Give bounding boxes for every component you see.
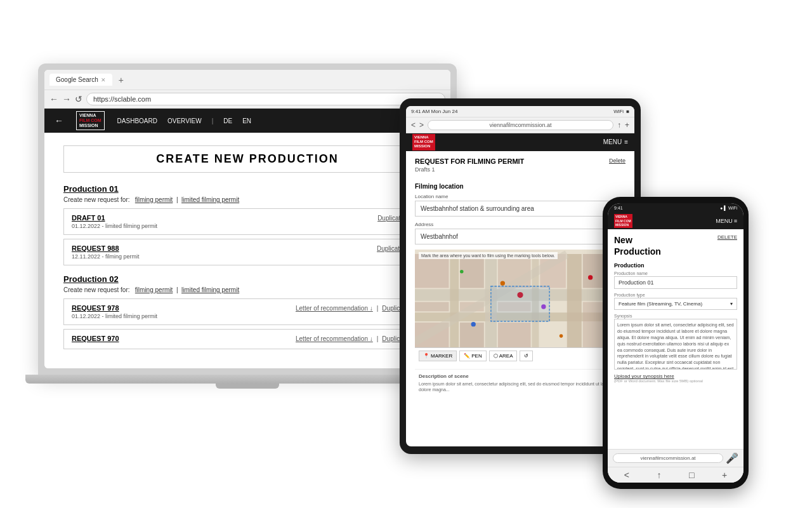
phone-production-label: Production bbox=[614, 246, 661, 257]
lang-en-link[interactable]: EN bbox=[242, 117, 251, 124]
tablet-menu-icon: ≡ bbox=[624, 138, 628, 145]
action-sep3: | bbox=[377, 305, 379, 312]
svg-point-24 bbox=[588, 275, 593, 279]
close-icon[interactable]: ✕ bbox=[101, 77, 106, 83]
svg-point-23 bbox=[471, 321, 476, 326]
browser-chrome: Google Search ✕ + bbox=[44, 70, 450, 90]
phone-upload-hint: (PDF or Word document. Max file size 5MB… bbox=[614, 379, 737, 383]
nav-divider: | bbox=[212, 117, 214, 124]
permit-content: Delete REQUEST FOR FILMING PERMIT Drafts… bbox=[406, 151, 634, 447]
production-01-section: Production 01 Create new request for: fi… bbox=[63, 184, 431, 265]
pen-tool-button[interactable]: ✏️ PEN bbox=[459, 351, 486, 361]
permit-title: REQUEST FOR FILMING PERMIT bbox=[415, 157, 625, 165]
filming-permit-link[interactable]: filming permit bbox=[135, 196, 173, 203]
filming-permit-link2[interactable]: filming permit bbox=[135, 286, 173, 293]
logo-line2: FILM COM bbox=[79, 118, 102, 123]
battery-icon: ■ bbox=[626, 109, 629, 114]
draft-01-date: 01.12.2022 - limited filming permit bbox=[72, 223, 423, 229]
scene: Google Search ✕ + ← → ↺ https://sclable.… bbox=[0, 0, 812, 508]
permit-draft: Drafts 1 bbox=[415, 166, 625, 173]
tablet-status-left: 9:41 AM Mon Jun 24 bbox=[411, 109, 457, 114]
phone-screen: 9:41 ● ▌ WiFi VIENNA FILM COM MISSION ME… bbox=[608, 203, 743, 483]
reset-tool-button[interactable]: ↺ bbox=[520, 351, 533, 361]
limited-permit-link[interactable]: limited filming permit bbox=[181, 196, 239, 203]
site-back-icon[interactable]: ← bbox=[55, 116, 63, 126]
phone-new-prod-title: New Production bbox=[614, 234, 661, 257]
description-scene-section: Description of scene Lorem ipsum dolor s… bbox=[415, 369, 625, 398]
production-02-title: Production 02 bbox=[63, 274, 431, 284]
phone-synopsis-input[interactable]: Lorem ipsum dolor sit amet, consectetur … bbox=[614, 319, 737, 370]
new-tab-icon[interactable]: + bbox=[116, 75, 126, 85]
phone-upload-section: Upload your synopsis here (PDF or Word d… bbox=[614, 373, 737, 383]
reload-icon[interactable]: ↺ bbox=[75, 94, 82, 104]
request-988-header: REQUEST 988 Duplicate | In... bbox=[72, 244, 423, 252]
phone-logo: VIENNA FILM COM MISSION bbox=[614, 214, 632, 228]
phone-mic-icon[interactable]: 🎤 bbox=[726, 452, 738, 464]
phone-prod-type-value: Feature film (Streaming, TV, Cinema) bbox=[619, 301, 702, 307]
phone-prod-name-input[interactable]: Production 01 bbox=[614, 276, 737, 289]
phone-share-icon[interactable]: ↑ bbox=[657, 470, 661, 480]
permit-location-input[interactable]: Westbahnhof station & surrounding area bbox=[415, 201, 625, 217]
request-988-title[interactable]: REQUEST 988 bbox=[72, 244, 119, 252]
marker-tool-button[interactable]: 📍 MARKER bbox=[419, 351, 457, 361]
reset-icon: ↺ bbox=[524, 353, 528, 359]
permit-address-input[interactable]: Westbahnhof bbox=[415, 229, 625, 244]
area-tool-button[interactable]: ⬡ AREA bbox=[489, 351, 518, 361]
phone-newtab-icon[interactable]: + bbox=[722, 470, 727, 480]
request-970-letter[interactable]: Letter of recommendation ↓ bbox=[296, 335, 373, 342]
laptop-foot bbox=[216, 384, 279, 389]
production-02-section: Production 02 Create new request for: fi… bbox=[63, 274, 431, 349]
phone-menu-button[interactable]: MENU ≡ bbox=[716, 218, 737, 224]
svg-rect-27 bbox=[491, 286, 549, 321]
phone-back-icon[interactable]: < bbox=[624, 470, 629, 480]
request-970-header: REQUEST 970 Letter of recommendation ↓ |… bbox=[72, 335, 423, 342]
permit-location-label: Location name bbox=[415, 194, 625, 199]
phone-menu-icon: ≡ bbox=[734, 218, 737, 224]
tablet-menu-button[interactable]: MENU ≡ bbox=[603, 138, 628, 145]
dashboard-link[interactable]: DASHBOARD bbox=[117, 117, 157, 124]
phone-upload-label[interactable]: Upload your synopsis here bbox=[614, 373, 737, 379]
request-978-letter[interactable]: Letter of recommendation ↓ bbox=[296, 305, 373, 312]
limited-permit-link2[interactable]: limited filming permit bbox=[181, 286, 239, 293]
forward-icon[interactable]: → bbox=[62, 94, 71, 104]
tablet-back-icon[interactable]: < bbox=[411, 121, 416, 130]
phone-status-icons: ● ▌ WiFi bbox=[720, 206, 737, 210]
tablet-share-icon[interactable]: ↑ bbox=[617, 121, 621, 130]
tablet-forward-icon[interactable]: > bbox=[419, 121, 424, 130]
request-978-title[interactable]: REQUEST 978 bbox=[72, 304, 119, 312]
permit-delete-button[interactable]: Delete bbox=[609, 157, 625, 164]
phone-browser-bar: viennafilmcommission.at 🎤 bbox=[608, 449, 743, 467]
tablet-address-bar[interactable]: viennafilmcommission.at bbox=[428, 120, 613, 130]
request-988-item: REQUEST 988 Duplicate | In... 12.11.2022… bbox=[63, 239, 431, 265]
phone-section-production: Production bbox=[614, 262, 737, 269]
subtitle-prefix2: Create new request for: bbox=[63, 286, 130, 293]
tablet-newtab-icon[interactable]: + bbox=[625, 121, 629, 130]
phone-prod-type-select[interactable]: Feature film (Streaming, TV, Cinema) ▾ bbox=[614, 298, 737, 310]
draft-01-title[interactable]: DRAFT 01 bbox=[72, 214, 105, 222]
browser-tab[interactable]: Google Search ✕ bbox=[49, 74, 112, 86]
phone-address-bar[interactable]: viennafilmcommission.at bbox=[613, 453, 723, 463]
back-icon[interactable]: ← bbox=[49, 94, 58, 104]
phone-bottom-nav: < ↑ □ + bbox=[608, 467, 743, 483]
phone-delete-button[interactable]: DELETE bbox=[717, 234, 737, 240]
permit-address-label: Address bbox=[415, 222, 625, 227]
phone-content: New Production DELETE Production Product… bbox=[608, 229, 743, 449]
map-area[interactable]: Mark the area where you want to film usi… bbox=[415, 250, 625, 364]
overview-link[interactable]: OVERVIEW bbox=[167, 117, 202, 124]
request-970-title[interactable]: REQUEST 970 bbox=[72, 335, 119, 342]
tablet-status-right: WiFi ■ bbox=[613, 109, 629, 114]
phone-status-bar: 9:41 ● ▌ WiFi bbox=[608, 203, 743, 213]
tablet-logo-box: VIENNA FILM COM MISSION bbox=[412, 134, 435, 150]
phone-bookmark-icon[interactable]: □ bbox=[689, 470, 694, 480]
request-978-item: REQUEST 978 Letter of recommendation ↓ |… bbox=[63, 298, 431, 325]
phone-site-nav: VIENNA FILM COM MISSION MENU ≡ bbox=[608, 213, 743, 229]
pen-icon: ✏️ bbox=[464, 353, 470, 359]
production-02-subtitle: Create new request for: filming permit |… bbox=[63, 286, 431, 293]
request-988-date: 12.11.2022 - filming permit bbox=[72, 253, 423, 260]
lang-de-link[interactable]: DE bbox=[223, 117, 232, 124]
address-bar[interactable]: https://sclable.com bbox=[86, 93, 445, 105]
map-svg bbox=[415, 250, 625, 364]
browser-tab-label: Google Search bbox=[56, 76, 98, 83]
phone-logo-l3: MISSION bbox=[615, 223, 631, 227]
svg-rect-6 bbox=[567, 254, 582, 359]
